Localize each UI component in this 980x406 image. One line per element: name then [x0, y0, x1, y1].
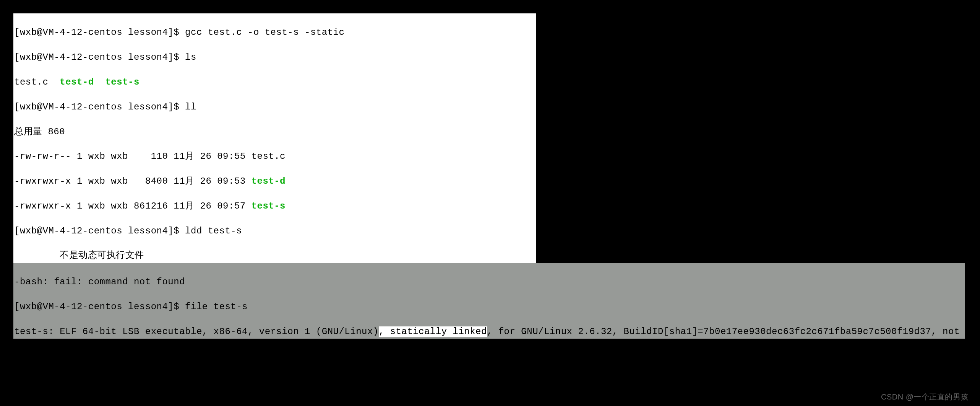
terminal-container: [wxb@VM-4-12-centos lesson4]$ gcc test.c… — [11, 11, 967, 341]
prompt: [wxb@VM-4-12-centos lesson4]$ — [14, 27, 185, 38]
terminal-gray-section[interactable]: -bash: fail: command not found [wxb@VM-4… — [13, 263, 965, 339]
prompt: [wxb@VM-4-12-centos lesson4]$ — [14, 52, 185, 62]
file-name: test.c — [251, 151, 286, 161]
file-name: test.c — [14, 77, 48, 87]
file-attrs: -rw-rw-r-- 1 wxb wxb 110 11月 26 09:55 — [14, 151, 251, 161]
command: ll — [185, 102, 196, 112]
watermark-text: CSDN @一个正直的男孩 — [881, 392, 969, 402]
ll-row: -rwxrwxr-x 1 wxb wxb 8400 11月 26 09:53 t… — [14, 175, 536, 188]
command: ls — [185, 52, 196, 62]
terminal-line: [wxb@VM-4-12-centos lesson4]$ gcc test.c… — [14, 26, 536, 39]
ll-total-line: 总用量 860 — [14, 126, 536, 138]
ldd-output: 不是动态可执行文件 — [14, 249, 536, 262]
ll-row: -rwxrwxr-x 1 wxb wxb 861216 11月 26 09:57… — [14, 200, 536, 212]
command: gcc test.c -o test-s -static — [185, 27, 344, 38]
terminal-line: [wxb@VM-4-12-centos lesson4]$ ldd test-s — [14, 225, 536, 237]
command: file test-s — [185, 302, 248, 312]
executable-name: test-s — [251, 201, 286, 211]
terminal-line: [wxb@VM-4-12-centos lesson4]$ file test-… — [14, 301, 965, 313]
terminal-line: [wxb@VM-4-12-centos lesson4]$ ls — [14, 51, 536, 64]
highlighted-text: , statically linked — [379, 326, 487, 337]
ll-row: -rw-rw-r-- 1 wxb wxb 110 11月 26 09:55 te… — [14, 150, 536, 163]
terminal-white-section[interactable]: [wxb@VM-4-12-centos lesson4]$ gcc test.c… — [13, 13, 536, 263]
file-output-line: test-s: ELF 64-bit LSB executable, x86-6… — [14, 326, 965, 338]
file-attrs: -rwxrwxr-x 1 wxb wxb 861216 11月 26 09:57 — [14, 201, 251, 211]
bash-error: -bash: fail: command not found — [14, 276, 965, 288]
file-output-part2: , for GNU/Linux 2.6.32, BuildID[sha1]=7b… — [487, 326, 980, 337]
executable-name: test-d — [60, 77, 94, 87]
prompt: [wxb@VM-4-12-centos lesson4]$ — [14, 226, 185, 236]
executable-name: test-s — [105, 77, 139, 87]
executable-name: test-d — [251, 176, 286, 186]
file-attrs: -rwxrwxr-x 1 wxb wxb 8400 11月 26 09:53 — [14, 176, 251, 186]
file-output-part1: test-s: ELF 64-bit LSB executable, x86-6… — [14, 326, 379, 337]
command: ldd test-s — [185, 226, 242, 236]
ls-output-line: test.c test-d test-s — [14, 76, 536, 88]
terminal-line: [wxb@VM-4-12-centos lesson4]$ ll — [14, 101, 536, 113]
prompt: [wxb@VM-4-12-centos lesson4]$ — [14, 102, 185, 112]
prompt: [wxb@VM-4-12-centos lesson4]$ — [14, 302, 185, 312]
